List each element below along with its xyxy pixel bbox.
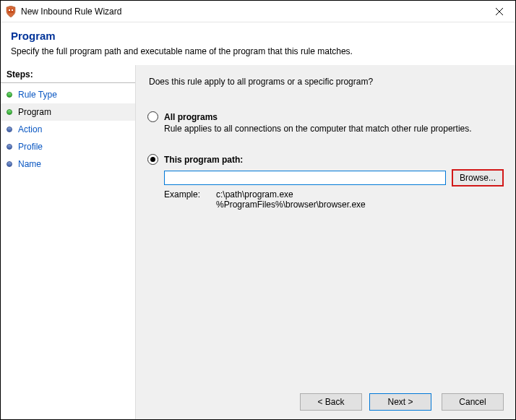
wizard-body: Steps: Rule Type Program Action Profile … — [1, 65, 515, 419]
step-program[interactable]: Program — [1, 103, 135, 121]
next-button[interactable]: Next > — [369, 393, 431, 411]
wizard-window: New Inbound Rule Wizard Program Specify … — [0, 0, 516, 420]
cancel-button[interactable]: Cancel — [442, 393, 504, 411]
step-label: Name — [18, 159, 41, 169]
step-name[interactable]: Name — [1, 155, 135, 173]
wizard-question: Does this rule apply to all programs or … — [149, 77, 504, 87]
step-label: Program — [18, 107, 51, 117]
back-button[interactable]: < Back — [300, 393, 362, 411]
step-action[interactable]: Action — [1, 121, 135, 138]
window-title: New Inbound Rule Wizard — [21, 7, 483, 17]
option-description: Rule applies to all connections on the c… — [164, 124, 504, 134]
option-all-programs[interactable]: All programs — [147, 111, 504, 122]
step-bullet-icon — [7, 92, 12, 98]
step-bullet-icon — [7, 144, 12, 150]
example-label: Example: — [164, 189, 216, 210]
program-path-row: Browse... — [164, 169, 504, 187]
svg-rect-2 — [12, 9, 13, 11]
option-program-path[interactable]: This program path: — [147, 154, 504, 165]
browse-button[interactable]: Browse... — [452, 169, 504, 187]
window-close-button[interactable] — [483, 1, 515, 22]
step-label: Action — [18, 124, 42, 134]
step-rule-type[interactable]: Rule Type — [1, 86, 135, 103]
svg-rect-1 — [9, 9, 10, 11]
step-profile[interactable]: Profile — [1, 138, 135, 155]
titlebar: New Inbound Rule Wizard — [1, 1, 515, 22]
step-label: Rule Type — [18, 90, 57, 100]
example-row: Example: c:\path\program.exe %ProgramFil… — [164, 189, 504, 210]
steps-heading: Steps: — [1, 68, 135, 83]
option-label: All programs — [164, 112, 218, 122]
app-icon — [5, 6, 17, 17]
radio-icon — [147, 154, 158, 165]
close-icon — [496, 8, 503, 15]
program-path-input[interactable] — [164, 171, 446, 185]
step-label: Profile — [18, 142, 43, 152]
step-bullet-icon — [7, 161, 12, 167]
step-bullet-icon — [7, 109, 12, 115]
option-all-programs-block: All programs Rule applies to all connect… — [147, 111, 504, 134]
page-subtitle: Specify the full program path and execut… — [11, 46, 505, 56]
option-program-path-block: This program path: Browse... Example: c:… — [147, 154, 504, 210]
wizard-header: Program Specify the full program path an… — [1, 22, 515, 65]
step-bullet-icon — [7, 127, 12, 132]
main-content: Does this rule apply to all programs or … — [136, 77, 515, 385]
main-panel: Does this rule apply to all programs or … — [135, 65, 515, 419]
wizard-footer: < Back Next > Cancel — [136, 385, 515, 419]
page-title: Program — [11, 30, 505, 42]
steps-sidebar: Steps: Rule Type Program Action Profile … — [1, 65, 135, 419]
example-text: c:\path\program.exe %ProgramFiles%\brows… — [216, 189, 366, 210]
option-label: This program path: — [164, 155, 243, 165]
radio-icon — [147, 111, 158, 122]
